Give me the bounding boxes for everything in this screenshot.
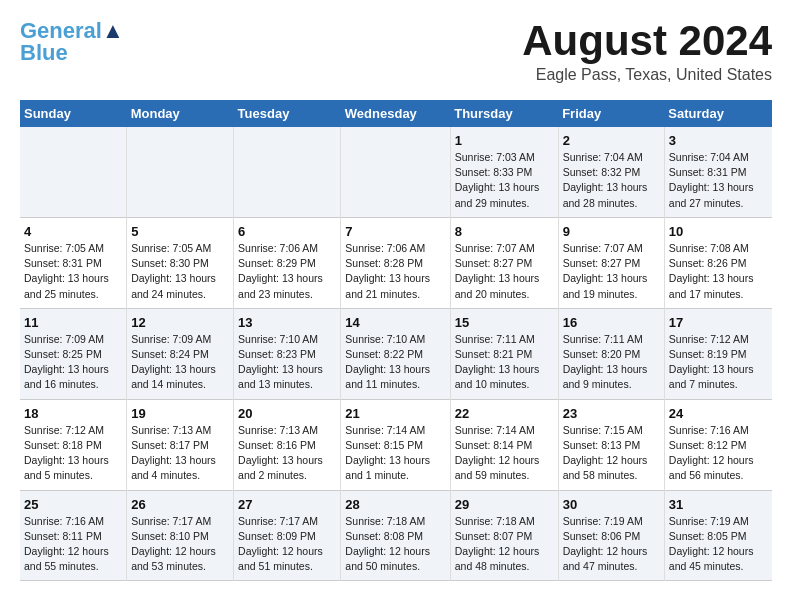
day-cell: 7Sunrise: 7:06 AM Sunset: 8:28 PM Daylig… <box>341 217 450 308</box>
day-number: 15 <box>455 315 554 330</box>
day-cell: 12Sunrise: 7:09 AM Sunset: 8:24 PM Dayli… <box>127 308 234 399</box>
day-info: Sunrise: 7:11 AM Sunset: 8:20 PM Dayligh… <box>563 332 660 393</box>
day-number: 4 <box>24 224 122 239</box>
day-info: Sunrise: 7:03 AM Sunset: 8:33 PM Dayligh… <box>455 150 554 211</box>
day-number: 28 <box>345 497 445 512</box>
day-cell: 26Sunrise: 7:17 AM Sunset: 8:10 PM Dayli… <box>127 490 234 581</box>
title-section: August 2024 Eagle Pass, Texas, United St… <box>522 20 772 84</box>
day-cell: 29Sunrise: 7:18 AM Sunset: 8:07 PM Dayli… <box>450 490 558 581</box>
day-cell: 11Sunrise: 7:09 AM Sunset: 8:25 PM Dayli… <box>20 308 127 399</box>
day-info: Sunrise: 7:14 AM Sunset: 8:14 PM Dayligh… <box>455 423 554 484</box>
weekday-header-thursday: Thursday <box>450 100 558 127</box>
day-info: Sunrise: 7:14 AM Sunset: 8:15 PM Dayligh… <box>345 423 445 484</box>
day-info: Sunrise: 7:06 AM Sunset: 8:28 PM Dayligh… <box>345 241 445 302</box>
day-number: 30 <box>563 497 660 512</box>
day-info: Sunrise: 7:13 AM Sunset: 8:17 PM Dayligh… <box>131 423 229 484</box>
day-info: Sunrise: 7:10 AM Sunset: 8:23 PM Dayligh… <box>238 332 336 393</box>
day-cell: 14Sunrise: 7:10 AM Sunset: 8:22 PM Dayli… <box>341 308 450 399</box>
calendar-subtitle: Eagle Pass, Texas, United States <box>522 66 772 84</box>
day-number: 22 <box>455 406 554 421</box>
day-cell: 15Sunrise: 7:11 AM Sunset: 8:21 PM Dayli… <box>450 308 558 399</box>
day-number: 20 <box>238 406 336 421</box>
day-number: 9 <box>563 224 660 239</box>
day-cell: 6Sunrise: 7:06 AM Sunset: 8:29 PM Daylig… <box>234 217 341 308</box>
day-cell: 8Sunrise: 7:07 AM Sunset: 8:27 PM Daylig… <box>450 217 558 308</box>
day-info: Sunrise: 7:17 AM Sunset: 8:10 PM Dayligh… <box>131 514 229 575</box>
day-info: Sunrise: 7:09 AM Sunset: 8:25 PM Dayligh… <box>24 332 122 393</box>
day-info: Sunrise: 7:18 AM Sunset: 8:07 PM Dayligh… <box>455 514 554 575</box>
day-cell: 4Sunrise: 7:05 AM Sunset: 8:31 PM Daylig… <box>20 217 127 308</box>
day-cell: 17Sunrise: 7:12 AM Sunset: 8:19 PM Dayli… <box>664 308 772 399</box>
day-cell: 19Sunrise: 7:13 AM Sunset: 8:17 PM Dayli… <box>127 399 234 490</box>
day-cell: 1Sunrise: 7:03 AM Sunset: 8:33 PM Daylig… <box>450 127 558 217</box>
day-info: Sunrise: 7:12 AM Sunset: 8:19 PM Dayligh… <box>669 332 768 393</box>
day-info: Sunrise: 7:07 AM Sunset: 8:27 PM Dayligh… <box>563 241 660 302</box>
weekday-header-saturday: Saturday <box>664 100 772 127</box>
calendar-title: August 2024 <box>522 20 772 62</box>
day-cell: 30Sunrise: 7:19 AM Sunset: 8:06 PM Dayli… <box>558 490 664 581</box>
day-number: 11 <box>24 315 122 330</box>
day-cell: 31Sunrise: 7:19 AM Sunset: 8:05 PM Dayli… <box>664 490 772 581</box>
logo-blue: Blue <box>20 40 68 65</box>
day-number: 23 <box>563 406 660 421</box>
logo: General▲ Blue <box>20 20 124 64</box>
week-row-3: 11Sunrise: 7:09 AM Sunset: 8:25 PM Dayli… <box>20 308 772 399</box>
day-number: 25 <box>24 497 122 512</box>
day-number: 14 <box>345 315 445 330</box>
weekday-header-monday: Monday <box>127 100 234 127</box>
day-cell: 22Sunrise: 7:14 AM Sunset: 8:14 PM Dayli… <box>450 399 558 490</box>
day-number: 27 <box>238 497 336 512</box>
day-info: Sunrise: 7:17 AM Sunset: 8:09 PM Dayligh… <box>238 514 336 575</box>
day-info: Sunrise: 7:08 AM Sunset: 8:26 PM Dayligh… <box>669 241 768 302</box>
weekday-header-friday: Friday <box>558 100 664 127</box>
day-number: 16 <box>563 315 660 330</box>
day-info: Sunrise: 7:10 AM Sunset: 8:22 PM Dayligh… <box>345 332 445 393</box>
day-number: 21 <box>345 406 445 421</box>
day-cell: 23Sunrise: 7:15 AM Sunset: 8:13 PM Dayli… <box>558 399 664 490</box>
day-cell <box>234 127 341 217</box>
day-info: Sunrise: 7:15 AM Sunset: 8:13 PM Dayligh… <box>563 423 660 484</box>
day-number: 18 <box>24 406 122 421</box>
day-number: 3 <box>669 133 768 148</box>
day-info: Sunrise: 7:12 AM Sunset: 8:18 PM Dayligh… <box>24 423 122 484</box>
day-cell: 28Sunrise: 7:18 AM Sunset: 8:08 PM Dayli… <box>341 490 450 581</box>
day-cell <box>341 127 450 217</box>
day-number: 7 <box>345 224 445 239</box>
day-info: Sunrise: 7:19 AM Sunset: 8:05 PM Dayligh… <box>669 514 768 575</box>
day-number: 19 <box>131 406 229 421</box>
day-number: 31 <box>669 497 768 512</box>
day-cell <box>127 127 234 217</box>
day-number: 10 <box>669 224 768 239</box>
week-row-2: 4Sunrise: 7:05 AM Sunset: 8:31 PM Daylig… <box>20 217 772 308</box>
day-info: Sunrise: 7:16 AM Sunset: 8:12 PM Dayligh… <box>669 423 768 484</box>
day-cell: 13Sunrise: 7:10 AM Sunset: 8:23 PM Dayli… <box>234 308 341 399</box>
calendar-header: SundayMondayTuesdayWednesdayThursdayFrid… <box>20 100 772 127</box>
day-info: Sunrise: 7:04 AM Sunset: 8:32 PM Dayligh… <box>563 150 660 211</box>
day-number: 26 <box>131 497 229 512</box>
day-info: Sunrise: 7:04 AM Sunset: 8:31 PM Dayligh… <box>669 150 768 211</box>
week-row-4: 18Sunrise: 7:12 AM Sunset: 8:18 PM Dayli… <box>20 399 772 490</box>
day-number: 5 <box>131 224 229 239</box>
day-cell: 20Sunrise: 7:13 AM Sunset: 8:16 PM Dayli… <box>234 399 341 490</box>
day-info: Sunrise: 7:11 AM Sunset: 8:21 PM Dayligh… <box>455 332 554 393</box>
day-info: Sunrise: 7:05 AM Sunset: 8:30 PM Dayligh… <box>131 241 229 302</box>
day-number: 29 <box>455 497 554 512</box>
day-number: 6 <box>238 224 336 239</box>
day-number: 13 <box>238 315 336 330</box>
day-cell: 21Sunrise: 7:14 AM Sunset: 8:15 PM Dayli… <box>341 399 450 490</box>
day-cell: 25Sunrise: 7:16 AM Sunset: 8:11 PM Dayli… <box>20 490 127 581</box>
day-number: 24 <box>669 406 768 421</box>
day-cell: 5Sunrise: 7:05 AM Sunset: 8:30 PM Daylig… <box>127 217 234 308</box>
day-number: 2 <box>563 133 660 148</box>
day-cell: 27Sunrise: 7:17 AM Sunset: 8:09 PM Dayli… <box>234 490 341 581</box>
day-info: Sunrise: 7:05 AM Sunset: 8:31 PM Dayligh… <box>24 241 122 302</box>
day-info: Sunrise: 7:07 AM Sunset: 8:27 PM Dayligh… <box>455 241 554 302</box>
day-number: 17 <box>669 315 768 330</box>
day-info: Sunrise: 7:06 AM Sunset: 8:29 PM Dayligh… <box>238 241 336 302</box>
day-cell: 24Sunrise: 7:16 AM Sunset: 8:12 PM Dayli… <box>664 399 772 490</box>
calendar-table: SundayMondayTuesdayWednesdayThursdayFrid… <box>20 100 772 581</box>
week-row-5: 25Sunrise: 7:16 AM Sunset: 8:11 PM Dayli… <box>20 490 772 581</box>
day-cell: 9Sunrise: 7:07 AM Sunset: 8:27 PM Daylig… <box>558 217 664 308</box>
day-cell <box>20 127 127 217</box>
week-row-1: 1Sunrise: 7:03 AM Sunset: 8:33 PM Daylig… <box>20 127 772 217</box>
